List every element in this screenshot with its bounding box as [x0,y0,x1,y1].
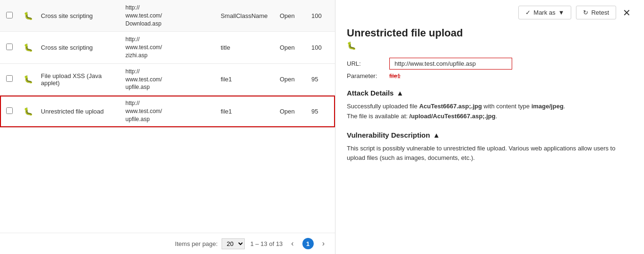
left-panel: 🐛 Cross site scripting http://www.test.c… [0,0,335,254]
status-cell: Open [277,32,309,63]
refresh-icon: ↻ [583,9,588,16]
checkmark-icon: ✓ [525,9,531,16]
mark-as-button[interactable]: ✓ Mark as ▼ [518,6,571,19]
vulnerability-table-wrapper: 🐛 Cross site scripting http://www.test.c… [0,0,335,233]
status-cell: Open [277,96,309,127]
mark-as-label: Mark as [533,9,555,16]
vuln-title: Unrestricted file upload [347,27,633,39]
attack-path: /upload/AcuTest6667.asp;.jpg [409,113,496,120]
bug-icon: 🐛 [24,44,33,52]
attack-body-3: . [564,103,566,110]
attack-body-1: Successfully uploaded file [347,103,419,110]
retest-button[interactable]: ↻ Retest [576,6,616,19]
row-checkbox[interactable] [6,75,13,82]
right-panel-toolbar: ✓ Mark as ▼ ↻ Retest ✕ [347,0,633,27]
severity-cell: 🐛 [19,32,38,63]
url-cell: http://www.test.com/upfile.asp [123,96,218,127]
param-cell: file1 [218,96,277,127]
bug-icon: 🐛 [24,75,33,83]
attack-details-body: Successfully uploaded file AcuTest6667.a… [347,102,633,122]
vuln-name-cell: Unrestricted file upload [38,96,123,127]
attack-details-header: Attack Details ▲ [347,89,633,97]
row-checkbox-cell [0,96,19,127]
row-checkbox-cell [0,32,19,63]
param-cell: title [218,32,277,63]
status-cell: Open [277,0,309,32]
param-cell: file1 [218,63,277,95]
current-page-badge[interactable]: 1 [302,238,314,249]
score-cell: 100 [309,32,335,63]
severity-cell: 🐛 [19,63,38,95]
row-checkbox[interactable] [6,107,13,114]
vuln-name-cell: File upload XSS (Java applet) [38,63,123,95]
row-checkbox-cell [0,0,19,32]
severity-cell: 🐛 [19,96,38,127]
prev-page-button[interactable]: ‹ [288,238,296,249]
pagination-items: Items per page: 20 [175,238,244,249]
attack-available: The file is available at: [347,113,409,120]
score-cell: 95 [309,96,335,127]
vuln-name-cell: Cross site scripting [38,32,123,63]
param-field-row: Parameter: file1 [347,72,633,79]
vuln-desc-collapse-icon[interactable]: ▲ [433,131,440,139]
attack-content-type: image/jpeg [532,103,564,110]
score-cell: 95 [309,63,335,95]
vulnerability-table: 🐛 Cross site scripting http://www.test.c… [0,0,335,128]
severity-icon: 🐛 [347,41,633,50]
bug-icon: 🐛 [24,12,33,20]
row-checkbox[interactable] [6,44,13,50]
param-cell: SmallClassName [218,0,277,32]
url-cell: http://www.test.com/zizhi.asp [123,32,218,63]
row-checkbox-cell [0,63,19,95]
right-panel: ✓ Mark as ▼ ↻ Retest ✕ Unrestricted file… [335,0,644,254]
url-field-row: URL: http://www.test.com/upfile.asp [347,58,633,70]
table-row[interactable]: 🐛 File upload XSS (Java applet) http://w… [0,63,335,95]
retest-label: Retest [591,9,609,16]
table-row[interactable]: 🐛 Cross site scripting http://www.test.c… [0,32,335,63]
url-value: http://www.test.com/upfile.asp [389,58,512,70]
table-row[interactable]: 🐛 Cross site scripting http://www.test.c… [0,0,335,32]
collapse-icon[interactable]: ▲ [396,89,404,97]
param-label: Parameter: [347,72,389,79]
vuln-desc-header: Vulnerability Description ▲ [347,131,633,139]
attack-details-label: Attack Details [347,89,394,97]
table-row[interactable]: 🐛 Unrestricted file upload http://www.te… [0,96,335,127]
page-range: 1 – 13 of 13 [250,240,283,247]
url-cell: http://www.test.com/upfile.asp [123,63,218,95]
per-page-select[interactable]: 20 [222,238,245,249]
vuln-desc-label: Vulnerability Description [347,131,430,139]
status-cell: Open [277,63,309,95]
dropdown-arrow-icon: ▼ [558,9,565,16]
vuln-name-cell: Cross site scripting [38,0,123,32]
url-cell: http://www.test.com/Download.asp [123,0,218,32]
param-value: file1 [389,72,401,79]
bug-icon: 🐛 [24,107,33,115]
close-button[interactable]: ✕ [621,7,633,18]
vuln-desc-body: This script is possibly vulnerable to un… [347,144,633,164]
pagination-bar: Items per page: 20 1 – 13 of 13 ‹ 1 › [0,233,335,254]
score-cell: 100 [309,0,335,32]
url-label: URL: [347,60,389,67]
attack-filename: AcuTest6667.asp;.jpg [419,103,482,110]
next-page-button[interactable]: › [319,238,327,249]
attack-body-2: with content type [482,103,532,110]
items-per-page-label: Items per page: [175,240,217,247]
severity-cell: 🐛 [19,0,38,32]
row-checkbox[interactable] [6,12,13,18]
